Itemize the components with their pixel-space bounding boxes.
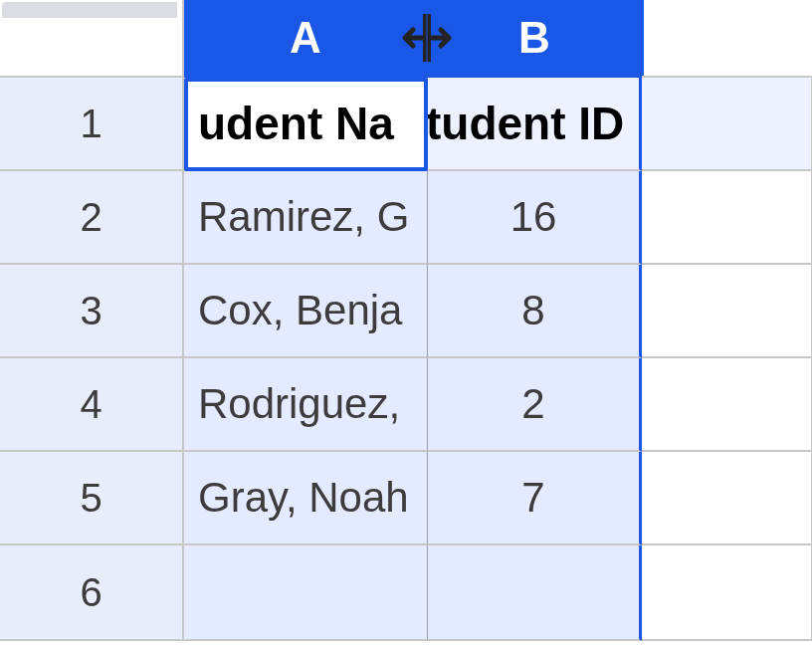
row-header-6[interactable]: 6 [0, 545, 184, 641]
row-header-5[interactable]: 5 [0, 452, 184, 545]
cell-blank[interactable] [642, 452, 812, 545]
cell-value: Cox, Benja [198, 287, 402, 334]
row-number: 2 [80, 195, 102, 240]
cell-value: Rodriguez, [198, 380, 400, 428]
table-row: 4 Rodriguez, 2 [0, 358, 812, 452]
table-row: 5 Gray, Noah 7 [0, 452, 812, 545]
column-header-label: A [290, 13, 321, 63]
cell-A2[interactable]: Ramirez, G [184, 171, 428, 265]
cell-B2[interactable]: 16 [428, 171, 642, 265]
cell-A5[interactable]: Gray, Noah [184, 452, 428, 545]
row-number: 6 [80, 570, 102, 615]
row-number: 3 [80, 289, 102, 333]
table-row: 2 Ramirez, G 16 [0, 171, 812, 265]
cell-value: Gray, Noah [198, 474, 409, 522]
cell-A1[interactable]: udent Na [184, 78, 428, 171]
cell-blank[interactable] [642, 265, 812, 358]
spreadsheet: A B 1 udent Na tudent ID 2 Ramirez, G [0, 0, 812, 648]
cell-value: 8 [521, 287, 544, 334]
cell-value: 16 [510, 193, 557, 241]
table-row: 3 Cox, Benja 8 [0, 265, 812, 358]
cell-B6[interactable] [428, 545, 642, 641]
cell-blank[interactable] [642, 545, 812, 641]
cell-blank[interactable] [642, 358, 812, 452]
row-number: 1 [80, 102, 102, 146]
cell-A3[interactable]: Cox, Benja [184, 265, 428, 358]
column-separator [642, 78, 644, 648]
row-header-1[interactable]: 1 [0, 78, 184, 171]
table-row: 1 udent Na tudent ID [0, 78, 812, 171]
cell-B1[interactable]: tudent ID [428, 78, 642, 171]
grid-body: 1 udent Na tudent ID 2 Ramirez, G 16 3 C… [0, 78, 812, 641]
column-header-A[interactable]: A [184, 0, 428, 78]
cell-blank[interactable] [642, 78, 812, 171]
cell-blank[interactable] [642, 171, 812, 265]
row-header-4[interactable]: 4 [0, 358, 184, 452]
row-header-2[interactable]: 2 [0, 171, 184, 265]
cell-A4[interactable]: Rodriguez, [184, 358, 428, 452]
cell-B4[interactable]: 2 [428, 358, 642, 452]
column-header-label: B [518, 13, 550, 63]
select-all-corner[interactable] [0, 0, 184, 78]
cell-value: udent Na [198, 97, 394, 150]
column-header-blank[interactable] [642, 0, 812, 78]
cell-value: tudent ID [428, 97, 624, 150]
column-header-row: A B [0, 0, 812, 78]
cell-value: 7 [521, 474, 544, 522]
cell-A6[interactable] [184, 545, 428, 641]
cell-B5[interactable]: 7 [428, 452, 642, 545]
row-number: 5 [80, 476, 102, 521]
column-header-B[interactable]: B [428, 0, 642, 78]
table-row: 6 [0, 545, 812, 641]
cell-value: 2 [521, 380, 544, 428]
row-number: 4 [80, 382, 102, 427]
row-header-3[interactable]: 3 [0, 265, 184, 358]
cell-B3[interactable]: 8 [428, 265, 642, 358]
svg-rect-0 [423, 14, 427, 62]
cell-value: Ramirez, G [198, 193, 409, 241]
